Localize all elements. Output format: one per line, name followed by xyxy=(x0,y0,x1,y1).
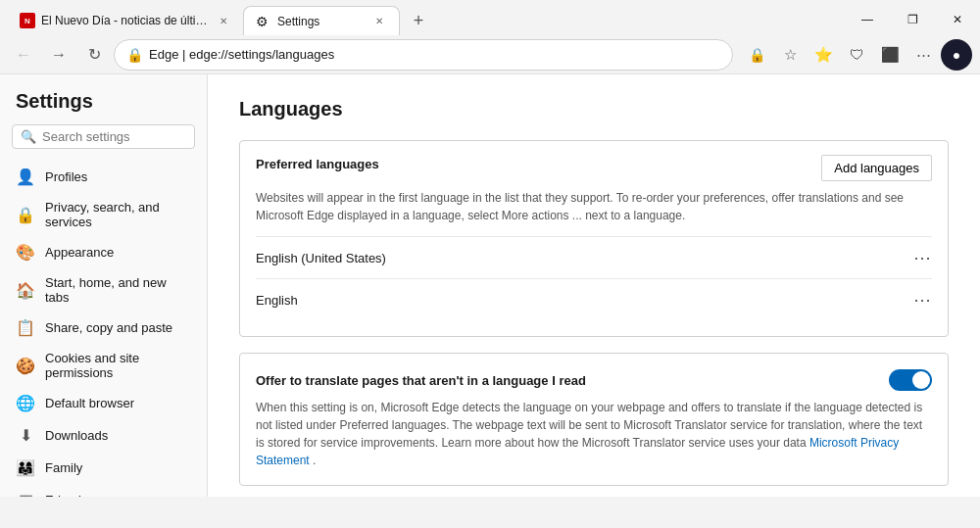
cookies-icon: 🍪 xyxy=(16,357,35,375)
tab-bar: N El Nuevo Día - noticias de últim... ✕ … xyxy=(0,0,980,35)
downloads-icon: ⬇ xyxy=(16,426,35,445)
sidebar-item-label: Appearance xyxy=(45,245,114,260)
privacy-icon: 🔒 xyxy=(16,206,35,224)
sidebar-item-label: Privacy, search, and services xyxy=(45,200,191,229)
maximize-button[interactable]: ❐ xyxy=(890,4,935,35)
settings-more-icon[interactable]: ⋯ xyxy=(907,39,939,71)
sidebar-item-start[interactable]: 🏠 Start, home, and new tabs xyxy=(0,268,207,312)
sidebar-title: Settings xyxy=(0,90,207,124)
sidebar-item-label: Downloads xyxy=(45,428,108,443)
tab2-close[interactable]: ✕ xyxy=(371,14,387,29)
tab1-title: El Nuevo Día - noticias de últim... xyxy=(41,14,210,27)
translate-toggle[interactable] xyxy=(889,369,932,391)
sidebar-item-family[interactable]: 👨‍👩‍👧 Family xyxy=(0,452,207,484)
search-icon: 🔍 xyxy=(21,129,36,144)
preferred-languages-title: Preferred languages xyxy=(256,157,379,171)
tab1-favicon: N xyxy=(20,13,35,28)
sidebar-item-profiles[interactable]: 👤 Profiles xyxy=(0,161,207,193)
window-controls: — ❐ ✕ xyxy=(845,4,980,35)
profile-favorites-icon[interactable]: 🔒 xyxy=(741,39,772,71)
translate-card: Offer to translate pages that aren't in … xyxy=(239,353,949,486)
language-row-english-us: English (United States) ⋯ xyxy=(256,236,932,278)
extensions-icon[interactable]: ⬛ xyxy=(874,39,906,71)
translate-desc: When this setting is on, Microsoft Edge … xyxy=(256,399,932,469)
tab2-title: Settings xyxy=(277,15,366,28)
nav-bar: ← → ↻ 🔒 Edge | edge://settings/languages… xyxy=(0,35,980,74)
add-languages-button[interactable]: Add languages xyxy=(821,155,932,181)
tab1-close[interactable]: ✕ xyxy=(216,13,231,28)
tab-inactive[interactable]: N El Nuevo Día - noticias de últim... ✕ xyxy=(8,6,243,35)
browser-chrome: N El Nuevo Día - noticias de últim... ✕ … xyxy=(0,0,980,74)
new-tab-button[interactable]: + xyxy=(404,6,433,35)
nav-icons: 🔒 ☆ ⭐ 🛡 ⬛ ⋯ ● xyxy=(741,39,972,71)
card-header: Preferred languages Add languages xyxy=(256,157,932,181)
minimize-button[interactable]: — xyxy=(845,4,890,35)
sidebar-item-cookies[interactable]: 🍪 Cookies and site permissions xyxy=(0,344,207,387)
sidebar-item-share[interactable]: 📋 Share, copy and paste xyxy=(0,312,207,344)
sidebar-item-label: Default browser xyxy=(45,396,134,410)
sidebar-item-downloads[interactable]: ⬇ Downloads xyxy=(0,419,207,452)
address-bar[interactable]: 🔒 Edge | edge://settings/languages xyxy=(114,39,733,71)
edgebar-icon: ▦ xyxy=(16,491,35,497)
profiles-icon: 👤 xyxy=(16,168,35,186)
share-icon: 📋 xyxy=(16,318,35,337)
family-icon: 👨‍👩‍👧 xyxy=(16,458,35,477)
sidebar-item-label: Profiles xyxy=(45,169,87,184)
appearance-icon: 🎨 xyxy=(16,243,35,262)
close-button[interactable]: ✕ xyxy=(935,4,980,35)
sidebar: Settings 🔍 👤 Profiles 🔒 Privacy, search,… xyxy=(0,74,208,497)
sidebar-item-label: Cookies and site permissions xyxy=(45,351,191,380)
language-name-english: English xyxy=(256,293,298,308)
preferred-languages-card: Preferred languages Add languages Websit… xyxy=(239,140,949,337)
sidebar-item-label: Share, copy and paste xyxy=(45,320,172,335)
main-content: Languages Preferred languages Add langua… xyxy=(208,74,980,497)
refresh-button[interactable]: ↻ xyxy=(78,39,110,71)
translate-title: Offer to translate pages that aren't in … xyxy=(256,373,586,388)
sidebar-item-label: Edge bar xyxy=(45,493,97,497)
favorites-icon[interactable]: ☆ xyxy=(774,39,806,71)
forward-button[interactable]: → xyxy=(43,39,74,71)
language-row-english: English ⋯ xyxy=(256,278,932,320)
search-input[interactable] xyxy=(42,129,207,144)
sidebar-item-edgebar[interactable]: ▦ Edge bar xyxy=(0,484,207,497)
language-options-button-english[interactable]: ⋯ xyxy=(913,289,932,311)
language-name-english-us: English (United States) xyxy=(256,251,386,265)
start-icon: 🏠 xyxy=(16,281,35,300)
sidebar-item-appearance[interactable]: 🎨 Appearance xyxy=(0,236,207,268)
sidebar-item-privacy[interactable]: 🔒 Privacy, search, and services xyxy=(0,193,207,236)
address-lock-icon: 🔒 xyxy=(126,47,143,63)
sidebar-item-label: Start, home, and new tabs xyxy=(45,275,191,305)
page-title: Languages xyxy=(239,98,949,120)
default-icon: 🌐 xyxy=(16,394,35,412)
preferred-languages-desc: Websites will appear in the first langua… xyxy=(256,189,932,224)
search-box[interactable]: 🔍 xyxy=(12,124,195,149)
content-area: Settings 🔍 👤 Profiles 🔒 Privacy, search,… xyxy=(0,74,980,497)
tab-active[interactable]: ⚙ Settings ✕ xyxy=(243,6,400,35)
sidebar-item-default[interactable]: 🌐 Default browser xyxy=(0,387,207,419)
sidebar-item-label: Family xyxy=(45,460,82,475)
profile-button[interactable]: ● xyxy=(941,39,972,71)
collections-icon[interactable]: ⭐ xyxy=(808,39,839,71)
translate-header: Offer to translate pages that aren't in … xyxy=(256,369,932,391)
address-text: Edge | edge://settings/languages xyxy=(149,47,720,62)
browser-essentials-icon[interactable]: 🛡 xyxy=(841,39,872,71)
language-options-button-english-us[interactable]: ⋯ xyxy=(913,247,932,268)
tab2-icon: ⚙ xyxy=(256,14,271,29)
back-button[interactable]: ← xyxy=(8,39,39,71)
